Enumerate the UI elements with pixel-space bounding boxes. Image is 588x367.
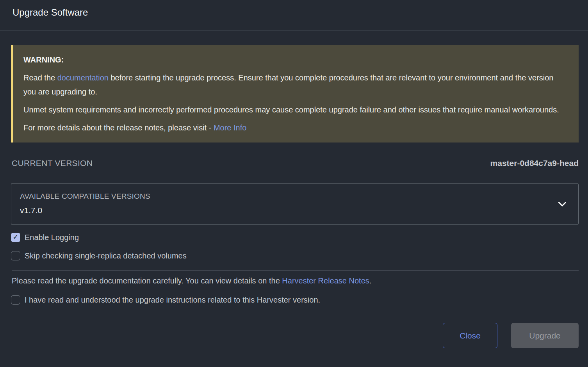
release-note-pre: Please read the upgrade documentation ca… xyxy=(12,276,282,285)
warning-heading: WARNING: xyxy=(23,55,64,64)
version-select-label: AVAILABLE COMPATIBLE VERSIONS xyxy=(20,192,569,201)
warning-paragraph-2: Unmet system requirements and incorrectl… xyxy=(23,103,567,117)
section-divider xyxy=(12,270,579,271)
version-select[interactable]: AVAILABLE COMPATIBLE VERSIONS v1.7.0 xyxy=(11,183,579,225)
warning-banner: WARNING: Read the documentation before s… xyxy=(11,45,579,143)
warning-p1-pre: Read the xyxy=(23,73,57,82)
skip-single-replica-label: Skip checking single-replica detached vo… xyxy=(25,251,187,260)
documentation-link[interactable]: documentation xyxy=(57,73,109,82)
warning-paragraph-3: For more details about the release notes… xyxy=(23,121,567,135)
dialog-content: WARNING: Read the documentation before s… xyxy=(0,45,588,348)
checkbox-checked-icon[interactable]: ✓ xyxy=(11,233,20,242)
current-version-row: CURRENT VERSION master-0d84c7a9-head xyxy=(11,158,579,168)
version-select-value: v1.7.0 xyxy=(20,205,569,216)
warning-p3-pre: For more details about the release notes… xyxy=(23,123,214,132)
release-note-post: . xyxy=(369,276,372,285)
more-info-link[interactable]: More Info xyxy=(214,123,246,132)
current-version-label: CURRENT VERSION xyxy=(12,158,93,168)
current-version-value: master-0d84c7a9-head xyxy=(490,158,579,168)
checkbox-unchecked-icon[interactable] xyxy=(11,295,20,305)
enable-logging-label: Enable Logging xyxy=(25,233,79,242)
dialog-actions: Close Upgrade xyxy=(11,323,579,348)
warning-heading-line: WARNING: xyxy=(23,53,567,67)
enable-logging-checkbox[interactable]: ✓ Enable Logging xyxy=(11,233,579,242)
skip-single-replica-checkbox[interactable]: Skip checking single-replica detached vo… xyxy=(11,251,579,260)
dialog-header: Upgrade Software xyxy=(0,0,588,31)
read-understood-label: I have read and understood the upgrade i… xyxy=(25,295,320,305)
checkbox-unchecked-icon[interactable] xyxy=(11,251,20,260)
close-button[interactable]: Close xyxy=(443,323,497,348)
checkmark-icon: ✓ xyxy=(12,233,18,241)
upgrade-dialog: Upgrade Software WARNING: Read the docum… xyxy=(0,0,588,367)
harvester-release-notes-link[interactable]: Harvester Release Notes xyxy=(282,276,369,285)
warning-paragraph-1: Read the documentation before starting t… xyxy=(23,71,567,99)
upgrade-button[interactable]: Upgrade xyxy=(511,323,579,348)
release-note-text: Please read the upgrade documentation ca… xyxy=(11,275,579,286)
page-title: Upgrade Software xyxy=(12,7,579,18)
chevron-down-icon xyxy=(558,201,567,207)
read-understood-checkbox[interactable]: I have read and understood the upgrade i… xyxy=(11,295,579,305)
